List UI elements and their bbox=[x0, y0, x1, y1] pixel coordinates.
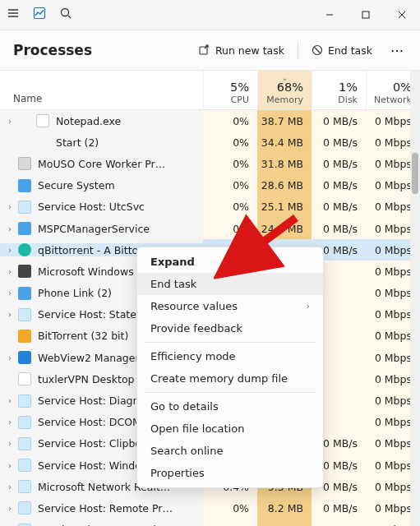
process-icon bbox=[18, 308, 31, 321]
menu-item-label: Expand bbox=[150, 256, 195, 268]
svg-rect-2 bbox=[362, 12, 369, 18]
memory-percent: 68% bbox=[277, 81, 303, 94]
process-row[interactable]: MoUSO Core Worker Pr…0%31.8 MB0 MB/s0 Mb… bbox=[0, 153, 420, 174]
cell-cpu: 0% bbox=[203, 132, 257, 153]
process-row[interactable]: ›MSPCManagerService0%24.2 MB0 MB/s0 Mbps bbox=[0, 218, 420, 239]
cell-disk: 0 MB/s bbox=[312, 218, 366, 239]
minimize-button[interactable] bbox=[312, 2, 348, 28]
disk-label: Disk bbox=[338, 95, 358, 105]
process-name-label: Microsoft Windows Se bbox=[38, 265, 150, 278]
titlebar bbox=[0, 0, 420, 30]
menu-item-label: Open file location bbox=[150, 422, 244, 435]
expand-chevron-icon[interactable]: › bbox=[5, 310, 15, 319]
cell-cpu: 0% bbox=[203, 175, 257, 196]
menu-item-label: Go to details bbox=[150, 400, 219, 413]
context-menu: ExpandEnd taskResource values›Provide fe… bbox=[136, 247, 324, 488]
cell-cpu: 0% bbox=[203, 196, 257, 218]
menu-item-resource-values[interactable]: Resource values› bbox=[137, 295, 323, 317]
expand-chevron-icon[interactable]: › bbox=[5, 267, 15, 276]
close-button[interactable] bbox=[384, 2, 420, 28]
hamburger-icon[interactable] bbox=[7, 7, 20, 23]
process-name-label: BitTorrent (32 bit) bbox=[38, 330, 128, 342]
cell-cpu: 0% bbox=[203, 153, 257, 174]
expand-chevron-icon[interactable]: › bbox=[5, 246, 15, 255]
name-column-header[interactable]: Name bbox=[0, 71, 203, 109]
more-options-button[interactable]: ⋯ bbox=[385, 43, 410, 58]
process-row[interactable]: Secure System0%28.6 MB0 MB/s0 Mbps bbox=[0, 175, 420, 196]
cell-disk: 0 MB/s bbox=[312, 110, 366, 132]
cell-mem: 8.0 MB bbox=[257, 519, 312, 526]
menu-item-end-task[interactable]: End task bbox=[137, 273, 323, 295]
cell-disk: 0 MB/s bbox=[312, 196, 366, 218]
toolbar-actions: Run new task End task ⋯ bbox=[191, 39, 410, 62]
disk-percent: 1% bbox=[339, 81, 358, 94]
process-icon bbox=[18, 201, 31, 214]
page-title: Processes bbox=[13, 42, 92, 58]
menu-item-provide-feedback[interactable]: Provide feedback bbox=[137, 317, 323, 339]
svg-point-1 bbox=[62, 9, 69, 16]
process-icon bbox=[18, 287, 31, 300]
expand-chevron-icon[interactable]: › bbox=[5, 396, 15, 405]
cell-mem: 28.6 MB bbox=[257, 175, 312, 196]
process-name-label: MSPCManagerService bbox=[38, 223, 150, 235]
expand-chevron-icon[interactable]: › bbox=[5, 224, 15, 233]
process-row[interactable]: ›LocalServiceNoNetwork0%8.0 MB0 MB/s0 Mb… bbox=[0, 519, 420, 526]
process-row[interactable]: ›Notepad.exe0%38.7 MB0 MB/s0 Mbps bbox=[0, 110, 420, 132]
process-icon bbox=[18, 179, 31, 192]
expand-chevron-icon[interactable]: › bbox=[5, 504, 15, 513]
expand-chevron-icon[interactable]: › bbox=[5, 482, 15, 491]
expand-chevron-icon[interactable]: › bbox=[5, 117, 15, 126]
process-icon bbox=[36, 114, 49, 127]
scrollbar-thumb[interactable] bbox=[412, 153, 418, 194]
process-icon bbox=[18, 243, 31, 256]
process-icon bbox=[18, 265, 31, 278]
network-percent: 0% bbox=[393, 81, 412, 94]
toolbar-separator bbox=[298, 41, 298, 59]
menu-item-label: End task bbox=[150, 278, 196, 290]
cell-disk: 0 MB/s bbox=[312, 497, 366, 519]
menu-item-search-online[interactable]: Search online bbox=[137, 440, 323, 462]
search-icon[interactable] bbox=[59, 7, 72, 23]
process-row[interactable]: ›Service Host: Remote Pr…0%8.2 MB0 MB/s0… bbox=[0, 497, 420, 519]
sort-indicator-icon: ⌄ bbox=[281, 73, 288, 82]
expand-chevron-icon[interactable]: › bbox=[5, 418, 15, 427]
process-icon bbox=[18, 437, 31, 450]
process-name-label: Start (2) bbox=[56, 136, 99, 149]
process-name-cell: ›LocalServiceNoNetwork bbox=[0, 524, 203, 526]
menu-item-label: Properties bbox=[150, 467, 205, 479]
process-name-cell: ›Service Host: UtcSvc bbox=[0, 201, 203, 214]
menu-item-go-to-details[interactable]: Go to details bbox=[137, 395, 323, 418]
menu-item-expand[interactable]: Expand bbox=[137, 251, 323, 273]
menu-separator bbox=[144, 342, 316, 343]
run-new-task-button[interactable]: Run new task bbox=[191, 39, 293, 62]
memory-column-header[interactable]: ⌄ 68% Memory bbox=[257, 71, 312, 109]
process-icon bbox=[18, 351, 31, 364]
menu-item-open-file-location[interactable]: Open file location bbox=[137, 418, 323, 440]
end-task-button[interactable]: End task bbox=[303, 39, 381, 62]
end-task-label: End task bbox=[328, 44, 372, 57]
expand-chevron-icon[interactable]: › bbox=[5, 439, 15, 448]
cell-cpu: 0% bbox=[203, 218, 257, 239]
process-row[interactable]: Start (2)0%34.4 MB0 MB/s0 Mbps bbox=[0, 132, 420, 153]
cell-cpu: 0% bbox=[203, 110, 257, 132]
process-icon bbox=[18, 480, 31, 493]
expand-chevron-icon[interactable]: › bbox=[5, 353, 15, 362]
window-controls bbox=[312, 2, 420, 28]
menu-item-properties[interactable]: Properties bbox=[137, 462, 323, 484]
disk-column-header[interactable]: 1% Disk bbox=[312, 71, 366, 109]
menu-item-label: Create memory dump file bbox=[150, 372, 288, 385]
cell-disk: 0 MB/s bbox=[312, 132, 366, 153]
expand-chevron-icon[interactable]: › bbox=[5, 288, 15, 298]
maximize-button[interactable] bbox=[348, 2, 384, 28]
cpu-column-header[interactable]: 5% CPU bbox=[203, 71, 257, 109]
expand-chevron-icon[interactable]: › bbox=[5, 202, 15, 211]
process-name-label: Phone Link (2) bbox=[38, 287, 112, 299]
process-row[interactable]: ›Service Host: UtcSvc0%25.1 MB0 MB/s0 Mb… bbox=[0, 196, 420, 218]
performance-icon[interactable] bbox=[33, 7, 46, 23]
process-icon bbox=[18, 524, 31, 526]
menu-item-efficiency-mode[interactable]: Efficiency mode bbox=[137, 345, 323, 367]
menu-item-create-memory-dump-file[interactable]: Create memory dump file bbox=[137, 367, 323, 390]
expand-chevron-icon[interactable]: › bbox=[5, 461, 15, 470]
cell-mem: 31.8 MB bbox=[257, 153, 312, 174]
scrollbar-track[interactable] bbox=[410, 71, 420, 526]
